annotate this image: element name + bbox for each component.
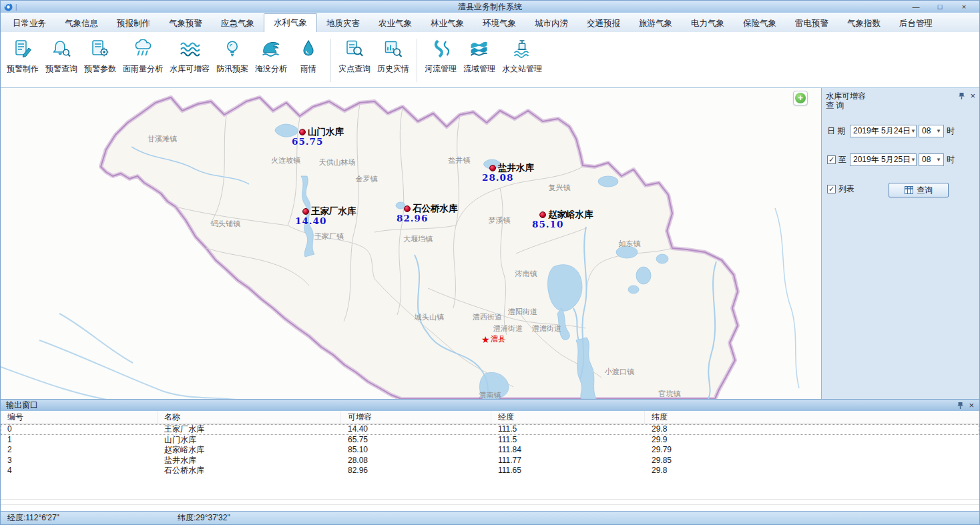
toolbar-button-river[interactable]: 河流管理	[421, 33, 460, 87]
minimize-button[interactable]: —	[904, 1, 928, 13]
menu-item-12[interactable]: 交通预报	[577, 15, 630, 32]
menu-item-1[interactable]: 日常业务	[3, 15, 55, 32]
reservoir-marker-icon[interactable]	[539, 211, 546, 218]
pin-icon[interactable]	[959, 92, 965, 100]
table-cell: 29.85	[645, 456, 979, 466]
toolbar-button-rain-info[interactable]: 雨情	[290, 33, 326, 87]
hour-from-select[interactable]: 08▼	[919, 125, 944, 137]
county-seat-label: 澧县	[491, 334, 506, 344]
hour-to-select[interactable]: 08▼	[919, 153, 944, 166]
status-latitude: 纬度:29°37'32"	[178, 512, 230, 524]
window-controls: — □ ×	[904, 1, 976, 13]
toolbar-button-warning-edit[interactable]: 预警制作	[3, 33, 42, 87]
table-cell: 29.8	[645, 466, 979, 476]
reservoir-marker-icon[interactable]	[299, 129, 306, 135]
map-area[interactable]: + 甘溪滩镇火连坡镇天供山林场金罗镇盐井镇复兴镇码头铺镇王家厂镇梦溪镇大堰垱镇如…	[1, 88, 822, 399]
county-seat-marker: ★澧县	[481, 334, 506, 344]
table-row[interactable]: 1山门水库65.75111.529.9	[1, 435, 979, 446]
menu-item-17[interactable]: 气象指数	[838, 15, 890, 32]
divider	[1, 504, 979, 505]
toolbar-button-areal-rain[interactable]: 面雨量分析	[119, 33, 166, 87]
warning-edit-icon	[13, 39, 33, 58]
query-panel-title: 水库可增容 查 询	[822, 88, 979, 110]
table-row[interactable]: 0王家厂水库14.40111.529.8	[1, 424, 979, 435]
toolbar-button-label: 淹没分析	[255, 63, 287, 75]
date-from-select[interactable]: 2019年 5月24日▼	[850, 125, 917, 137]
toolbar-button-disaster-point[interactable]: 灾点查询	[335, 33, 374, 87]
output-table-header: 编号名称可增容经度纬度	[1, 411, 979, 424]
menu-item-14[interactable]: 电力气象	[682, 15, 734, 32]
menu-item-6[interactable]: 水利气象	[264, 13, 317, 32]
query-panel-close-icon[interactable]: ×	[970, 93, 975, 99]
close-button[interactable]: ×	[952, 1, 976, 13]
date-to-select[interactable]: 2019年 5月25日▼	[850, 153, 917, 166]
toolbar-button-history-disaster[interactable]: 历史灾情	[374, 33, 413, 87]
output-panel-controls: ×	[957, 400, 974, 411]
output-panel-close-icon[interactable]: ×	[969, 402, 974, 409]
menu-item-5[interactable]: 应急气象	[212, 15, 264, 32]
titlebar: | 澧县业务制作系统 — □ ×	[1, 1, 979, 13]
combo-value: 2019年 5月24日	[853, 125, 911, 137]
menu-item-7[interactable]: 地质灾害	[317, 15, 369, 32]
toolbar-button-label: 预警参数	[84, 63, 116, 75]
menu-item-15[interactable]: 保险气象	[734, 15, 786, 32]
main-area: + 甘溪滩镇火连坡镇天供山林场金罗镇盐井镇复兴镇码头铺镇王家厂镇梦溪镇大堰垱镇如…	[1, 88, 979, 399]
to-checkbox[interactable]: ✓	[827, 155, 836, 164]
table-cell: 111.77	[491, 456, 645, 466]
query-panel: 水库可增容 查 询 × 日 期 2019年 5月24日▼ 08▼ 时 ✓ 至 2…	[822, 88, 979, 399]
column-header: 可增容	[341, 411, 491, 424]
table-cell: 85.10	[341, 445, 491, 455]
hour-unit-label: 时	[947, 154, 955, 165]
table-row[interactable]: 4石公桥水库82.96111.6529.8	[1, 466, 979, 476]
toolbar-button-basin[interactable]: 流域管理	[460, 33, 499, 87]
toolbar-button-warning-params[interactable]: 预警参数	[81, 33, 119, 87]
menu-item-10[interactable]: 环境气象	[473, 15, 525, 32]
table-cell: 111.5	[491, 435, 645, 445]
toolbar-button-reservoir-capacity[interactable]: 水库可增容	[166, 33, 213, 87]
menu-item-2[interactable]: 气象信息	[55, 15, 107, 32]
maximize-button[interactable]: □	[928, 1, 952, 13]
app-window: | 澧县业务制作系统 — □ × 日常业务气象信息预报制作气象预警应急气象水利气…	[0, 0, 980, 525]
menu-item-8[interactable]: 农业气象	[369, 15, 421, 32]
menu-item-18[interactable]: 后台管理	[890, 15, 942, 32]
menu-item-11[interactable]: 城市内涝	[525, 15, 577, 32]
titlebar-divider: |	[15, 3, 17, 11]
menu-item-16[interactable]: 雷电预警	[786, 15, 838, 32]
toolbar-button-flood-plan[interactable]: 防汛预案	[213, 33, 252, 87]
toolbar-button-label: 水文站管理	[502, 63, 542, 75]
river-icon	[431, 39, 451, 58]
menu-item-3[interactable]: 预报制作	[107, 15, 160, 32]
table-row[interactable]: 3盐井水库28.08111.7729.85	[1, 456, 979, 466]
menu-item-13[interactable]: 旅游气象	[630, 15, 682, 32]
toolbar-button-warning-search[interactable]: 预警查询	[42, 33, 81, 87]
reservoir-marker-icon[interactable]	[302, 208, 309, 215]
window-title: 澧县业务制作系统	[1, 1, 979, 13]
table-cell: 王家厂水库	[158, 424, 341, 434]
county-map-canvas	[1, 88, 822, 399]
list-checkbox[interactable]: ✓	[827, 185, 836, 193]
table-cell: 2	[1, 445, 158, 455]
hydro-station-icon	[512, 39, 532, 58]
table-icon	[905, 186, 913, 194]
toolbar-separator	[417, 39, 417, 82]
flood-plan-icon	[222, 39, 242, 58]
statusbar: 经度:112°6'27" 纬度:29°37'32"	[1, 511, 979, 524]
pin-icon[interactable]	[957, 402, 963, 410]
reservoir-marker-icon[interactable]	[404, 205, 411, 212]
table-cell: 14.40	[341, 424, 491, 434]
column-header: 名称	[158, 411, 341, 424]
output-panel-header: 输出窗口 ×	[1, 400, 979, 411]
table-cell: 3	[1, 456, 158, 466]
zoom-in-button[interactable]: +	[793, 91, 808, 105]
toolbar-button-label: 面雨量分析	[123, 63, 163, 75]
table-row[interactable]: 2赵家峪水库85.10111.8429.79	[1, 445, 979, 456]
table-cell: 山门水库	[158, 435, 341, 445]
toolbar-button-label: 预警查询	[45, 63, 77, 75]
query-button[interactable]: 查询	[889, 183, 949, 197]
toolbar-button-hydro-station[interactable]: 水文站管理	[499, 33, 545, 87]
toolbar-button-inundation[interactable]: 淹没分析	[252, 33, 290, 87]
reservoir-marker-icon[interactable]	[489, 165, 496, 171]
menu-item-9[interactable]: 林业气象	[421, 15, 473, 32]
toolbar-separator	[330, 39, 331, 82]
menu-item-4[interactable]: 气象预警	[160, 15, 212, 32]
